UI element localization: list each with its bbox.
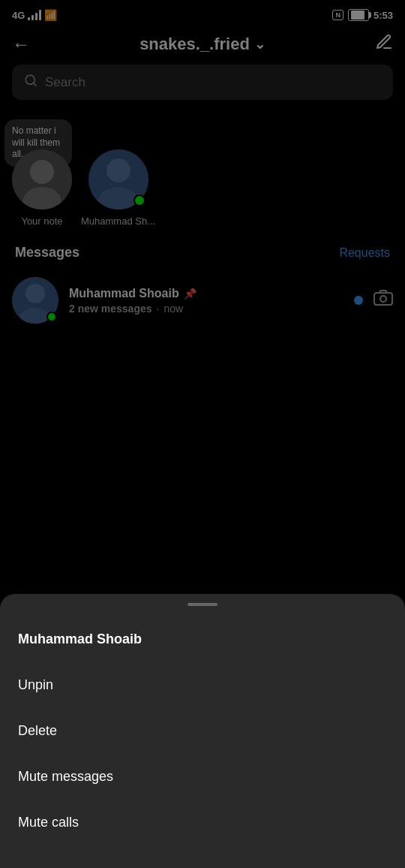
- sheet-action-delete[interactable]: Delete: [0, 708, 405, 754]
- bottom-sheet: Muhammad Shoaib Unpin Delete Mute messag…: [0, 594, 405, 868]
- sheet-action-unpin[interactable]: Unpin: [0, 662, 405, 708]
- sheet-action-mute-messages[interactable]: Mute messages: [0, 754, 405, 800]
- sheet-action-mute-calls[interactable]: Mute calls: [0, 800, 405, 845]
- sheet-contact-name: Muhammad Shoaib: [0, 621, 405, 662]
- bottom-sheet-handle: [188, 603, 218, 606]
